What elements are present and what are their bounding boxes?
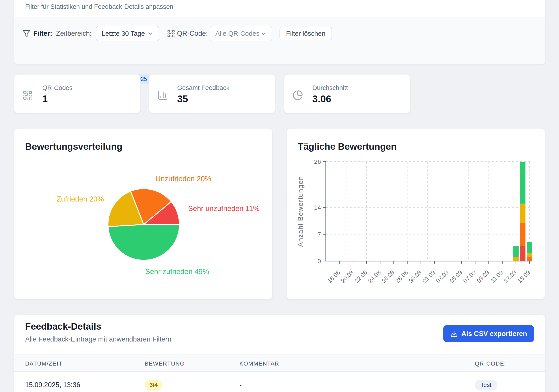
svg-text:20.08.: 20.08.: [340, 268, 356, 284]
filter-row: Filter: Zeitbereich: Letzte 30 Tage QR-C…: [22, 26, 530, 41]
svg-text:26.08.: 26.08.: [381, 268, 397, 284]
svg-text:22.08.: 22.08.: [353, 268, 370, 284]
svg-text:11.09.: 11.09.: [489, 268, 505, 284]
cell-qr-code: Test: [475, 372, 497, 392]
feedback-details-title: Feedback-Details: [25, 321, 101, 332]
column-header-datetime: DATUM/ZEIT: [25, 355, 62, 372]
svg-text:14: 14: [314, 204, 321, 211]
bar-chart-icon: [157, 90, 168, 101]
column-header-rating: BEWERTUNG: [145, 355, 185, 372]
cell-comment: -: [239, 372, 242, 392]
cell-rating: 3/4: [145, 372, 163, 392]
clear-filters-button[interactable]: Filter löschen: [280, 27, 332, 40]
qr-code-icon: [22, 90, 33, 101]
svg-text:01.09.: 01.09.: [421, 268, 438, 284]
stat-label: QR-Codes: [42, 84, 73, 92]
qr-code-label: QR-Code:: [177, 26, 208, 41]
qr-code-tag: Test: [475, 380, 497, 391]
stat-value: 35: [177, 93, 188, 104]
qr-code-value: Alle QR-Codes: [215, 30, 260, 37]
svg-text:0: 0: [317, 258, 321, 265]
filter-card-body: Filter: Zeitbereich: Letzte 30 Tage QR-C…: [14, 17, 545, 64]
filter-label: Filter:: [33, 26, 52, 41]
table-row: 15.09.2025, 13:36 3/4 - Test: [14, 372, 545, 392]
svg-text:24.08.: 24.08.: [367, 268, 383, 284]
time-range-label: Zeitbereich:: [56, 26, 92, 41]
stat-label: Gesamt Feedback: [177, 84, 229, 92]
chevron-down-icon: [260, 30, 267, 37]
svg-text:07.09.: 07.09.: [462, 268, 478, 284]
svg-text:Unzufrieden 20%: Unzufrieden 20%: [155, 175, 211, 183]
stat-card-total-feedback: Gesamt Feedback 35: [149, 74, 275, 113]
stat-value: 3.06: [312, 93, 331, 104]
svg-text:Anzahl Bewertungen: Anzahl Bewertungen: [297, 176, 304, 247]
column-header-qr-code: QR-CODE:: [475, 355, 506, 372]
feedback-details-card: Feedback-Details Alle Feedback-Einträge …: [14, 315, 546, 392]
svg-text:18.08.: 18.08.: [326, 268, 343, 284]
export-csv-button[interactable]: Als CSV exportieren: [443, 325, 534, 342]
stat-card-average: Durchschnitt 3.06: [284, 74, 410, 113]
qr-code-select[interactable]: Alle QR-Codes: [210, 26, 272, 41]
svg-text:Sehr unzufrieden 11%: Sehr unzufrieden 11%: [188, 204, 260, 213]
svg-text:Sehr zufrieden 49%: Sehr zufrieden 49%: [145, 267, 209, 276]
svg-text:05.09.: 05.09.: [448, 268, 465, 284]
filter-funnel-icon: [22, 26, 30, 41]
table-header-row: DATUM/ZEIT BEWERTUNG KOMMENTAR QR-CODE:: [14, 355, 545, 372]
svg-text:7: 7: [317, 231, 321, 238]
svg-text:09.09.: 09.09.: [475, 268, 492, 284]
svg-text:30.08.: 30.08.: [408, 268, 424, 284]
export-csv-label: Als CSV exportieren: [461, 330, 527, 338]
cell-datetime: 15.09.2025, 13:36: [25, 372, 80, 392]
rating-badge: 3/4: [145, 380, 163, 391]
pie-chart-icon: [292, 90, 303, 101]
feedback-details-subtitle: Alle Feedback-Einträge mit anwendbaren F…: [25, 335, 171, 343]
svg-text:15.09.: 15.09.: [516, 268, 532, 284]
daily-ratings-card: Tägliche Bewertungen 07142618.08.20.08.2…: [287, 128, 545, 300]
filter-card: Filter für Statistiken und Feedback-Deta…: [14, 0, 546, 65]
rating-distribution-card: Bewertungsverteilung Sehr zufrieden 49%Z…: [14, 128, 273, 300]
svg-text:26: 26: [314, 158, 321, 165]
svg-text:13.09.: 13.09.: [503, 268, 519, 284]
time-range-value: Letzte 30 Tage: [102, 30, 145, 37]
daily-ratings-bar-chart: 07142618.08.20.08.22.08.24.08.26.08.28.0…: [287, 129, 546, 300]
stat-card-qr-codes: QR-Codes 1: [14, 74, 140, 113]
filter-card-description: Filter für Statistiken und Feedback-Deta…: [25, 3, 173, 10]
svg-text:28.08.: 28.08.: [394, 268, 410, 284]
stat-label: Durchschnitt: [312, 84, 348, 92]
qr-code-icon: [167, 26, 175, 41]
stat-value: 1: [42, 93, 48, 104]
rating-distribution-pie-chart: Sehr zufrieden 49%Zufrieden 20%Unzufried…: [14, 129, 273, 300]
svg-text:Zufrieden 20%: Zufrieden 20%: [57, 195, 104, 203]
svg-text:03.09.: 03.09.: [435, 268, 451, 284]
download-icon: [450, 330, 458, 337]
time-range-select[interactable]: Letzte 30 Tage: [96, 26, 159, 41]
column-header-comment: KOMMENTAR: [239, 355, 279, 372]
chevron-down-icon: [147, 30, 153, 37]
